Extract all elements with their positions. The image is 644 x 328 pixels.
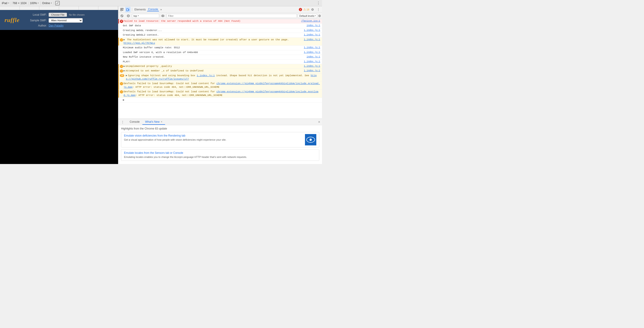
entry-text-warning-5: DevTools failed to load SourceMap: Could…	[124, 82, 320, 89]
entry-link-info-4[interactable]: 1.index.js:1	[304, 46, 320, 49]
audio-context-link[interactable]: https://goo.gl/7K7WLu	[124, 42, 155, 44]
console-entry-warning-6: ⚠ DevTools failed to load SourceMap: Cou…	[118, 90, 322, 98]
card-1-desc: Get a visual approximation of how people…	[124, 138, 316, 142]
clear-console-button[interactable]	[119, 13, 125, 18]
sample-swf-select[interactable]: Alien Hominid	[48, 18, 83, 23]
entry-link-warning-3[interactable]: 1.index.js:1	[304, 69, 320, 72]
stop-button[interactable]	[126, 13, 131, 18]
entry-text-info-7: PLAY!	[123, 60, 303, 63]
author-label: Author:	[26, 24, 47, 27]
main-layout: ruffle Local SWF: Choose File No file ch…	[0, 6, 322, 164]
drawer-close-button[interactable]: ×	[318, 120, 320, 124]
drawer-tab-whatsnew[interactable]: What's New ×	[142, 119, 165, 125]
network-chevron-icon: ▾	[51, 2, 52, 4]
svg-rect-7	[128, 9, 130, 10]
hittest-issues-link[interactable]: https://github.com/ruffle-rs/ruffle/issu…	[126, 74, 316, 80]
sourcemap-link-2[interactable]: chrome-extension://gighmm piobklfepjocna…	[124, 90, 318, 96]
svg-point-13	[162, 15, 163, 16]
console-gear-icon[interactable]: ⚙	[318, 14, 321, 18]
settings-button[interactable]: ⚙	[310, 7, 315, 12]
console-tab[interactable]: Console	[147, 8, 159, 11]
viewport-dims: 768 × 1024	[12, 1, 28, 5]
sourcemap-link-1[interactable]: chrome-extension://gighmm piobklfepjocna…	[124, 82, 320, 88]
console-entry-info-1: Got SWF data index.js:1	[118, 23, 322, 28]
entry-link-error-1[interactable]: /favicon.ico:1	[301, 19, 320, 23]
entry-link-warning-1[interactable]: 1.index.js:1	[304, 38, 320, 41]
ruler-row	[0, 6, 118, 10]
context-chevron-icon: ▾	[138, 15, 139, 17]
devtools-secondary-toolbar: top ▾ Default levels ▾ ⚙	[118, 13, 322, 19]
topbar-more-icon[interactable]: ⋮	[316, 1, 320, 5]
svg-line-9	[121, 15, 122, 16]
ruffle-page: ruffle Local SWF: Choose File No file ch…	[0, 10, 118, 164]
viewport-width: 768	[12, 1, 17, 5]
page-area: ruffle Local SWF: Choose File No file ch…	[0, 6, 118, 164]
svg-point-12	[162, 15, 164, 17]
warning-count-label: 18	[306, 8, 309, 11]
expand-arrow-1[interactable]: ▶	[124, 38, 125, 41]
svg-rect-6	[126, 9, 128, 11]
entry-text-warning-3: ▶Attempted to set member _x of Undefined…	[124, 69, 303, 73]
devtools-more-button[interactable]: ⋮	[316, 7, 321, 12]
expand-arrow-4[interactable]: ▶	[126, 74, 128, 77]
network-control[interactable]: Online ▾	[42, 1, 54, 5]
no-throttle-icon[interactable]	[55, 1, 60, 5]
viewport-separator: ×	[18, 1, 20, 5]
card-2-title[interactable]: Emulate locales from the Sensors tab or …	[124, 151, 316, 154]
entry-text-warning-6: DevTools failed to load SourceMap: Could…	[124, 90, 320, 97]
drawer-tab-console[interactable]: Console	[127, 119, 142, 125]
entry-link-warning-2[interactable]: 1.index.js:1	[304, 65, 320, 68]
warning-icon-5: ⚠	[120, 82, 123, 85]
console-output: ● Failed to load resource: the server re…	[118, 19, 322, 119]
entry-link-info-3[interactable]: 1.index.js:1	[304, 33, 320, 36]
author-link[interactable]: Dan Paladin	[48, 24, 63, 27]
entry-text-warning-4: ▶Ignoring shape hittest and using boundi…	[126, 74, 320, 81]
device-selector[interactable]: iPad ▾	[2, 1, 11, 5]
console-entry-info-3: Creating WebGL2 context. 1.index.js:1	[118, 33, 322, 37]
levels-chevron-icon: ▾	[315, 15, 316, 17]
svg-rect-1	[120, 8, 122, 9]
zoom-control[interactable]: 100% ▾	[30, 1, 41, 5]
eye-button[interactable]	[160, 13, 166, 18]
whats-new-card-2: Emulate locales from the Sensors tab or …	[121, 149, 319, 161]
context-selector[interactable]: top ▾	[132, 14, 159, 18]
console-entry-expand: ▶	[118, 98, 322, 103]
svg-rect-2	[122, 8, 123, 9]
entry-link-info-7[interactable]: 1.index.js:1	[304, 60, 320, 63]
entry-link-info-5[interactable]: 1.index.js:1	[304, 51, 320, 54]
devtools-toolbar: Elements Console » 1 ⚠ 18 ⚙ ⋮	[118, 6, 322, 13]
filter-input[interactable]	[166, 14, 297, 18]
warning-icon-2: ⚠	[120, 65, 123, 68]
ruler-seg-2	[20, 6, 40, 10]
entry-link-info-2[interactable]: 1.index.js:1	[304, 29, 320, 32]
sample-swf-label: Sample SWF:	[26, 19, 47, 22]
device-toggle-button[interactable]	[125, 7, 130, 12]
console-entry-info-4: Minimum audio buffer sample rate: 5512 1…	[118, 46, 322, 50]
entry-link-info-6[interactable]: index.js:1	[306, 55, 320, 58]
context-label: top	[134, 14, 137, 17]
ruler-seg-5	[79, 6, 98, 10]
console-entry-warning-3: ⚠ ▶Attempted to set member _x of Undefin…	[118, 69, 322, 73]
default-levels-button[interactable]: Default levels ▾	[298, 14, 317, 18]
more-tabs-icon[interactable]: »	[160, 8, 163, 11]
expand-arrow-2[interactable]: ▶	[124, 65, 125, 68]
choose-file-button[interactable]: Choose File	[48, 13, 67, 17]
network-label: Online	[42, 1, 50, 5]
ruffle-logo: ruffle	[4, 16, 20, 23]
entry-text-error-1: Failed to load resource: the server resp…	[124, 19, 300, 23]
card-1-title[interactable]: Emulate vision deficiencies from the Ren…	[124, 134, 316, 137]
entry-text-info-6: New Ruffle instance created.	[123, 55, 306, 59]
hittest-link[interactable]: 1.index.js:1	[197, 74, 214, 77]
bottom-expand-arrow[interactable]: ▶	[123, 98, 124, 102]
warning-count-badge: ⚠ 18	[304, 8, 309, 11]
entry-text-warning-2: ▶Unimplemented property _quality	[124, 65, 303, 68]
entry-link-info-1[interactable]: index.js:1	[306, 24, 320, 27]
drawer-tab-close-icon[interactable]: ×	[161, 120, 162, 123]
console-entry-info-2: Creating WebGL renderer... 1.index.js:1	[118, 28, 322, 33]
warning-icon-6: ⚠	[120, 90, 123, 93]
drawer-more-button[interactable]: ⋮	[120, 119, 125, 125]
elements-tab[interactable]: Elements	[134, 8, 147, 11]
inspect-element-button[interactable]	[119, 7, 125, 12]
warning-icon-3: ⚠	[120, 69, 123, 73]
expand-arrow-3[interactable]: ▶	[124, 69, 125, 72]
